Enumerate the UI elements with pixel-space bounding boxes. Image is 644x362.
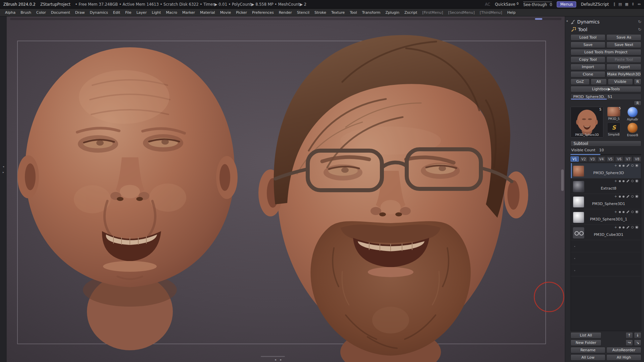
subtool-section-header[interactable]: Subtool — [571, 141, 641, 147]
see-through-slider[interactable]: See-through0 — [523, 2, 552, 7]
menu-item-brush[interactable]: Brush — [18, 9, 34, 16]
paint-icon[interactable] — [626, 164, 629, 167]
move-to-folder-button[interactable]: ↘ — [634, 340, 641, 346]
menus-toggle-button[interactable]: Menus — [557, 1, 576, 7]
rename-button[interactable]: Rename — [571, 347, 605, 353]
tab-v8[interactable]: V8 — [633, 156, 641, 162]
menu-item-material[interactable]: Material — [198, 9, 217, 16]
menu-item-light[interactable]: Light — [149, 9, 163, 16]
polypaint-icon[interactable] — [619, 226, 621, 228]
menu-item-zplugin[interactable]: Zplugin — [383, 9, 402, 16]
menu-item-transform[interactable]: Transform — [360, 9, 383, 16]
load-tools-from-project-button[interactable]: Load Tools From Project — [571, 49, 641, 55]
menu-item-movie[interactable]: Movie — [218, 9, 234, 16]
refresh-icon[interactable]: ↻ — [638, 27, 641, 32]
menu-item-help[interactable]: Help — [505, 9, 518, 16]
right-scrollbar[interactable] — [561, 23, 564, 355]
all-high-button[interactable]: All High — [606, 354, 641, 361]
move-subtool-up-button[interactable]: ↑ — [626, 332, 633, 339]
menu-item-macro[interactable]: Macro — [164, 9, 180, 16]
top-scrollbar[interactable] — [10, 18, 561, 20]
menu-item-render[interactable]: Render — [277, 9, 294, 16]
save-button[interactable]: Save — [571, 42, 605, 48]
visibility-icon[interactable] — [635, 164, 638, 167]
restore-config-button[interactable]: R — [634, 101, 641, 106]
current-eraser-brush[interactable]: EraserB — [624, 122, 641, 138]
lightbox-tools-button[interactable]: Lightbox▶Tools — [571, 86, 641, 92]
scroll-left-icon[interactable]: ◂ — [275, 358, 276, 361]
tab-v6[interactable]: V6 — [615, 156, 624, 162]
duplicate-subtool-button[interactable]: ↪ — [626, 340, 633, 346]
subtool-item-icons[interactable]: + — [614, 226, 638, 229]
paint-icon[interactable] — [626, 210, 629, 213]
bottom-scrollbar-handle[interactable] — [261, 356, 285, 357]
copy-tool-button[interactable]: Copy Tool — [571, 56, 605, 63]
ghost-icon[interactable] — [631, 164, 634, 167]
polypaint-icon[interactable] — [619, 211, 621, 213]
add-subtool-icon[interactable]: + — [614, 180, 617, 183]
subtool-item[interactable]: + PM3D_Sphere3D1_1 — [571, 209, 641, 225]
goz-all-button[interactable]: All — [591, 79, 607, 85]
list-all-button[interactable]: List All — [571, 332, 601, 339]
paint-icon[interactable] — [626, 195, 629, 198]
scroll-right-icon[interactable]: ▸ — [280, 358, 282, 361]
menu-item-draw[interactable]: Draw — [73, 9, 87, 16]
new-folder-button[interactable]: New Folder — [571, 340, 601, 346]
menu-item-zscript[interactable]: Zscript — [402, 9, 419, 16]
subtool-item[interactable]: + PM3D_Sphere3D1 — [571, 194, 641, 209]
menu-item-dynamics[interactable]: Dynamics — [88, 9, 110, 16]
dynamics-palette-header[interactable]: Dynamics ↻ — [571, 18, 641, 25]
subtool-item-icons[interactable]: + — [614, 210, 638, 213]
paint-icon[interactable] — [626, 226, 629, 229]
tab-v4[interactable]: V4 — [597, 156, 606, 162]
visibility-icon[interactable] — [635, 195, 638, 198]
default-zscript-button[interactable]: DefaultZScript — [581, 2, 609, 7]
left-tray-expand-icon[interactable]: ▸ — [3, 171, 4, 174]
visibility-icon[interactable] — [635, 179, 638, 183]
current-tool-thumbnail[interactable]: 5 PM3D_Sphere3D — [571, 107, 603, 138]
menu-item-preferences[interactable]: Preferences — [250, 9, 276, 16]
current-stroke[interactable]: S SimpleB — [605, 122, 623, 138]
menu-item-secondmenu[interactable]: [SecondMenu] — [446, 9, 477, 16]
menu-item-edit[interactable]: Edit — [111, 9, 122, 16]
tool-name-slider[interactable]: PM3D_Sphere3D. 51 — [571, 94, 641, 100]
tool-palette-header[interactable]: Tool ↻ — [571, 25, 641, 33]
visible-count-slider[interactable]: Visible Count 10 — [571, 148, 641, 155]
ghost-icon[interactable] — [631, 211, 634, 213]
ghost-icon[interactable] — [631, 180, 634, 182]
divider-bars-icon[interactable]: ∥ — [613, 2, 615, 6]
ghost-icon[interactable] — [631, 226, 634, 228]
quick-pick-tool[interactable]: 5 PM3D_S — [605, 107, 623, 122]
add-subtool-icon[interactable]: + — [614, 164, 617, 167]
import-button[interactable]: Import — [571, 64, 605, 70]
save-as-button[interactable]: Save As — [606, 34, 641, 41]
paste-tool-button[interactable]: Paste Tool — [606, 56, 641, 63]
menu-item-texture[interactable]: Texture — [329, 9, 347, 16]
subtool-empty-slot[interactable] — [571, 264, 641, 276]
subtool-item[interactable]: + PM3D_Sphere3D — [571, 163, 641, 178]
polypaint-icon[interactable] — [619, 165, 621, 167]
subtool-item-icons[interactable]: + — [614, 164, 638, 167]
subtool-item-icons[interactable]: + — [614, 195, 638, 198]
document-canvas[interactable]: ◂ ▸ — [7, 16, 565, 362]
tab-v7[interactable]: V7 — [624, 156, 633, 162]
current-alpha[interactable]: AlphaBr — [624, 107, 641, 122]
top-scrollbar-handle[interactable] — [535, 18, 542, 20]
tab-v3[interactable]: V3 — [588, 156, 597, 162]
subtool-empty-slot[interactable] — [571, 240, 641, 252]
menu-item-marker[interactable]: Marker — [180, 9, 197, 16]
resize-vertical-icon[interactable]: ⇕ — [632, 2, 635, 6]
subtool-thumbnail[interactable] — [573, 212, 584, 223]
uv-icon[interactable] — [623, 196, 625, 198]
menu-item-file[interactable]: File — [123, 9, 134, 16]
make-polymesh3d-button[interactable]: Make PolyMesh3D — [606, 71, 641, 77]
menu-item-picker[interactable]: Picker — [234, 9, 249, 16]
menu-item-color[interactable]: Color — [34, 9, 48, 16]
uv-icon[interactable] — [623, 226, 625, 228]
add-subtool-icon[interactable]: + — [614, 211, 617, 213]
subtool-empty-slot[interactable] — [571, 252, 641, 264]
menu-item-stroke[interactable]: Stroke — [312, 9, 329, 16]
subtool-item-icons[interactable]: + — [614, 179, 638, 183]
menu-item-thirdmenu[interactable]: [ThirdMenu] — [477, 9, 504, 16]
resize-horizontal-icon[interactable]: ⇔ — [638, 2, 641, 6]
